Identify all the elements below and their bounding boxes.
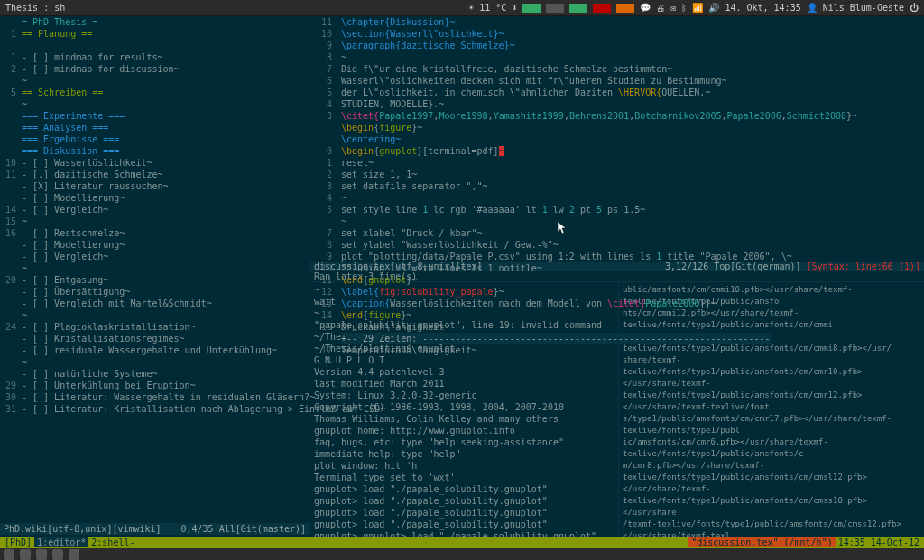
outline-line[interactable]: - [ ] Modellierung~ [22,239,310,251]
code-line[interactable] [341,356,924,368]
outline-line[interactable]: - [ ] residuale Wassergehalte und Unterk… [22,344,310,356]
dropbox-icon[interactable]: ⬇ [512,3,517,13]
bluetooth-icon[interactable]: ᛒ [681,3,687,13]
tmux-session[interactable]: [PhD] [2,537,34,547]
outline-gutter: 112510111415162024293031 [0,16,20,415]
terminal-line: System: Linux 3.2.0-32-generic [314,390,614,401]
code-line[interactable]: \label{fig:solubility_papale}~ [341,286,924,298]
outline-line[interactable]: = PhD Thesis = [22,16,310,28]
mail-icon[interactable]: ✉ [670,3,676,13]
outline-line[interactable] [22,40,310,51]
panel-launcher-2[interactable] [20,549,31,560]
code-line[interactable]: \section{Wasserl\"oslichkeit}~ [341,28,924,40]
code-line[interactable]: "" using 1:3 with lines ls 1 notitle~ [341,262,924,274]
user-icon[interactable]: 👤 [807,3,818,13]
code-line[interactable]: \begin{gnuplot}[terminal=pdf]~ [341,145,924,157]
outline-line[interactable]: - [ ] mindmap for results~ [22,51,310,63]
outline-line[interactable]: == Schreiben == [22,87,310,98]
panel-launcher-1[interactable] [4,549,14,560]
outline-line[interactable]: - [ ] Vergleich mit Martel&Schmidt~ [22,298,310,309]
code-line[interactable]: set xlabel "Druck / kbar"~ [341,227,924,239]
gnome-panel[interactable] [0,548,924,560]
tmux-statusbar: [PhD] 1:editor* 2:shell- "discussion.tex… [0,537,924,548]
terminal-line: gnuplot> load "./papale_solubility.gnupl… [314,495,614,507]
code-line[interactable]: \end{gnuplot}~ [341,274,924,286]
code-line[interactable]: set size 1, 1~ [341,169,924,180]
outline-line[interactable]: - [ ] Literatur: Wassergehalte in residu… [22,391,310,403]
tmux-window-2[interactable]: 2:shell- [88,537,137,547]
outline-content[interactable]: = PhD Thesis === Planung ==- [ ] mindmap… [22,16,310,415]
outline-line[interactable]: === Analysen === [22,122,310,133]
code-line[interactable]: Druckabh\"angigkeit~ [341,321,924,333]
panel-launcher-3[interactable] [36,549,47,560]
code-line[interactable]: ~ [341,216,924,227]
print-icon[interactable]: 🖨 [656,3,665,13]
outline-line[interactable]: - [X] Literatur raussuchen~ [22,180,310,192]
outline-statusbar: PhD.wiki[utf-8,unix][vimwiki] 0,4/35 All… [0,523,310,535]
outline-line[interactable]: ~ [22,262,310,274]
outline-line[interactable]: ~ [22,309,310,321]
code-line[interactable]: reset~ [341,157,924,169]
editor-body[interactable]: 1110987654301234578910111213141517~ \cha… [310,16,924,262]
panel-launcher-4[interactable] [52,549,63,560]
outline-line[interactable]: == Planung == [22,28,310,40]
code-line[interactable]: set ylabel "Wasserlöslichkeit / Gew.-%"~ [341,239,924,251]
outline-line[interactable]: - [ ] Wasserlöslichkeit~ [22,157,310,169]
outline-line[interactable]: - [ ] Literatur: Kristallisation nach Ab… [22,403,310,415]
panel-launcher-5[interactable] [69,549,79,560]
outline-line[interactable]: ~ [22,98,310,110]
code-line[interactable]: ~ [341,51,924,63]
chat-icon[interactable]: 💬 [640,3,651,13]
bottom-bars: [PhD] 1:editor* 2:shell- "discussion.tex… [0,537,924,560]
code-line[interactable]: Wasserl\"oslichkeiten decken sich mit fr… [341,75,924,87]
editor-content[interactable]: \chapter{Diskussion}~\section{Wasserl\"o… [341,16,924,368]
outline-status-right: 0,4/35 All[Git(master)] [181,524,306,534]
outline-line[interactable]: ~ [22,75,310,87]
wifi-icon[interactable]: 📶 [692,3,703,13]
code-line[interactable]: Temperaturabh\"angigkeit~ [341,344,924,356]
code-line[interactable]: set datafile separator ","~ [341,180,924,192]
outline-line[interactable]: - [ ] Vergleich~ [22,251,310,262]
outline-line[interactable]: - [ ] Modellierung~ [22,192,310,204]
code-line[interactable]: STUDIEN, MODELLE}.~ [341,98,924,110]
tmux-window-1[interactable]: 1:editor* [34,537,88,547]
system-tray: ☀ 11 °C ⬇ 💬 🖨 ✉ ᛒ 📶 🔊 14. Okt, 14:35 👤 N… [468,3,919,13]
terminal-line: faq, bugs, etc: type "help seeking-assis… [314,436,614,448]
indicator-2 [546,4,564,13]
code-line[interactable]: \end{figure}~ [341,309,924,321]
code-line[interactable]: \paragraph{dazitische Schmelze}~ [341,40,924,51]
date-time[interactable]: 14. Okt, 14:35 [725,3,800,13]
terminal-line: s/type1/public/amsfonts/cm/cmr17.pfb></u… [623,413,920,436]
code-line[interactable]: Die f\"ur eine kristallfreie, dazitische… [341,63,924,75]
outline-line[interactable]: - [ ] Übersättigung~ [22,286,310,298]
outline-line[interactable]: - [ ] natürliche Systeme~ [22,368,310,380]
code-line[interactable]: \caption{Wasserlöslichkeiten nach dem Mo… [341,298,924,309]
code-line[interactable]: \begin{figure}~ [341,122,924,133]
power-icon[interactable]: ⏻ [910,3,919,13]
code-line[interactable]: \citet{Papale1997,Moore1998,Yamashita199… [341,110,924,122]
code-line[interactable]: plot "plotting/data/Papale_P.csv" using … [341,251,924,262]
outline-line[interactable]: ~ [22,216,310,227]
outline-line[interactable]: - [ ] mindmap for discussion~ [22,63,310,75]
code-line[interactable]: +-- 29 Zeilen: -------------------------… [341,333,924,344]
outline-line[interactable]: - [ ] Restschmelze~ [22,227,310,239]
outline-line[interactable]: - [ ] Vergleich~ [22,204,310,216]
outline-line[interactable]: - [ ] Plagioklaskristallisation~ [22,321,310,333]
outline-line[interactable]: === Diskussion === [22,145,310,157]
outline-line[interactable]: === Experimente === [22,110,310,122]
volume-icon[interactable]: 🔊 [708,3,719,13]
code-line[interactable]: der L\"oslichkeit, in chemisch \"ahnlich… [341,87,924,98]
weather-icon: ☀ [468,3,474,13]
outline-line[interactable]: - [ ] Entgasung~ [22,274,310,286]
user-name[interactable]: Nils Blum-Oeste [823,3,904,13]
code-line[interactable]: \centering~ [341,133,924,145]
outline-line[interactable]: ~ [22,356,310,368]
outline-line[interactable]: === Ergebnisse === [22,133,310,145]
code-line[interactable]: ~ [341,192,924,204]
code-line[interactable]: set style line 1 lc rgb '#aaaaaa' lt 1 l… [341,204,924,216]
code-line[interactable]: \chapter{Diskussion}~ [341,16,924,28]
outline-line[interactable]: - [ ] Kristallisationsregimes~ [22,333,310,344]
outline-line[interactable]: - [.] dazitische Schmelze~ [22,169,310,180]
outline-pane[interactable]: 112510111415162024293031 = PhD Thesis ==… [0,16,310,535]
outline-line[interactable]: - [ ] Unterkühlung bei Eruption~ [22,380,310,391]
